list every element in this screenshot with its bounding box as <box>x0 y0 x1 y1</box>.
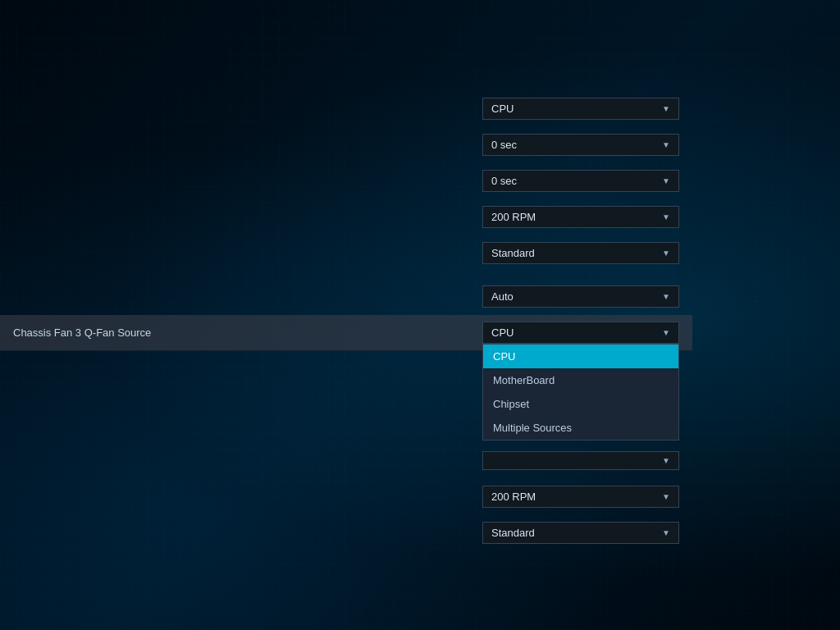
dropdown-arrow-icon: ▼ <box>662 292 670 301</box>
chassis-fan3-qfan-source-row: Chassis Fan 3 Q-Fan Source CPU ▼ CPU Mot… <box>0 315 692 351</box>
chassis-fan3-qfan-control-dropdown[interactable]: Auto ▼ <box>482 285 679 308</box>
chassis-fan3-qfan-source-container: CPU ▼ CPU MotherBoard Chipset Multiple S… <box>482 322 679 344</box>
dropdown-arrow-open-icon: ▼ <box>662 328 670 337</box>
chassis-fan2-step-up-dropdown[interactable]: 0 sec ▼ <box>482 134 679 156</box>
chassis-fan3-speed-low-limit-dropdown[interactable]: 200 RPM ▼ <box>482 486 679 508</box>
chassis-fan3-step-down-dropdown[interactable]: ▼ <box>482 451 679 470</box>
dropdown-option-cpu[interactable]: CPU <box>483 345 678 368</box>
chassis-fan3-profile-dropdown[interactable]: Standard ▼ <box>482 522 679 544</box>
chassis-fan3-qfan-source-dropdown[interactable]: CPU ▼ <box>482 322 679 344</box>
dropdown-arrow-icon: ▼ <box>662 104 670 113</box>
dropdown-option-multiple-sources[interactable]: Multiple Sources <box>483 416 678 440</box>
chassis-fan2-speed-low-limit-dropdown[interactable]: 200 RPM ▼ <box>482 206 679 228</box>
dropdown-arrow-icon: ▼ <box>662 176 670 185</box>
dropdown-option-chipset[interactable]: Chipset <box>483 392 678 416</box>
dropdown-arrow-icon: ▼ <box>662 212 670 221</box>
chassis-fan2-step-down-dropdown[interactable]: 0 sec ▼ <box>482 170 679 192</box>
dropdown-arrow-icon: ▼ <box>662 140 670 149</box>
dropdown-arrow-icon: ▼ <box>662 249 670 258</box>
chassis-fan2-qfan-source-dropdown[interactable]: CPU ▼ <box>482 98 679 120</box>
qfan-source-dropdown-list: CPU MotherBoard Chipset Multiple Sources <box>482 344 679 441</box>
dropdown-arrow-icon: ▼ <box>662 528 670 537</box>
chassis-fan2-profile-dropdown[interactable]: Standard ▼ <box>482 242 679 264</box>
dropdown-arrow-icon: ▼ <box>662 492 670 501</box>
dropdown-arrow-icon: ▼ <box>662 456 670 465</box>
dropdown-option-motherboard[interactable]: MotherBoard <box>483 368 678 392</box>
chassis-fan3-qfan-source-label: Chassis Fan 3 Q-Fan Source <box>13 326 482 339</box>
